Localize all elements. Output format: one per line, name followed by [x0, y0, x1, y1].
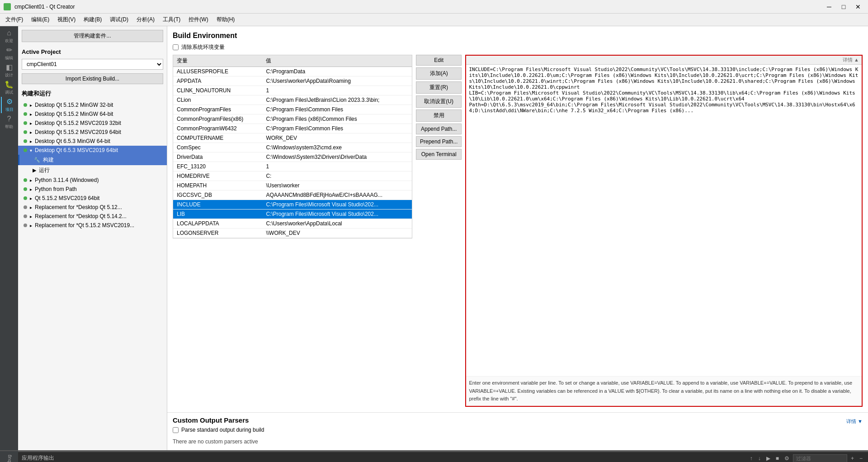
kit-dot-3: [24, 130, 27, 134]
env-val-5: C:\Program Files (x86)\Common Files: [262, 114, 412, 124]
kit-item-3[interactable]: ▸Desktop Qt 5.15.2 MSVC2019 64bit: [18, 128, 167, 137]
env-btn-u[interactable]: 取消设置(U): [416, 95, 462, 108]
project-select[interactable]: cmpClient01: [22, 59, 163, 70]
env-var-14: INCLUDE: [173, 200, 262, 210]
custom-parsers-details-toggle[interactable]: 详情 ▼: [846, 418, 863, 425]
env-table-row-15[interactable]: LIBC:\Program Files\Microsoft Visual Stu…: [173, 210, 412, 219]
parse-std-out-checkbox[interactable]: [173, 427, 179, 433]
kit-item-1[interactable]: ▸Desktop Qt 5.15.2 MinGW 64-bit: [18, 110, 167, 119]
env-table-row-7[interactable]: COMPUTERNAMEWORK_DEV: [173, 133, 412, 143]
env-table-row-11[interactable]: HOMEDRIVEC:: [173, 171, 412, 181]
env-btn-a[interactable]: 添加(A): [416, 67, 462, 80]
kit-arrow-2: ▸: [30, 121, 32, 126]
menu-item-f[interactable]: 文件(F): [2, 14, 27, 25]
close-button[interactable]: ✕: [852, 2, 864, 12]
env-var-10: EFC_13120: [173, 162, 262, 171]
kit-item-7[interactable]: ▸Python from Path: [18, 185, 167, 194]
clear-env-checkbox[interactable]: [173, 44, 179, 50]
scroll-down-btn[interactable]: ↓: [756, 454, 763, 462]
menu-item-d[interactable]: 调试(D): [106, 14, 132, 25]
env-table-row-5[interactable]: CommonProgramFiles(x86)C:\Program Files …: [173, 114, 412, 124]
kit-arrow-11: ▸: [30, 223, 32, 228]
env-var-7: COMPUTERNAME: [173, 133, 262, 143]
env-table-row-17[interactable]: LOGONSERVER\\WORK_DEV: [173, 229, 412, 238]
env-table-row-10[interactable]: EFC_131201: [173, 162, 412, 171]
debug-icon[interactable]: 🐛调试: [1, 80, 17, 96]
settings-btn[interactable]: ⚙: [783, 454, 791, 462]
menu-item-a[interactable]: 分析(A): [133, 14, 158, 25]
env-btn-r[interactable]: 重置(R): [416, 81, 462, 94]
env-table-row-13[interactable]: IGCCSVC_DBAQAAANCMnd8BFdERjHoAwE/CI+sBAA…: [173, 191, 412, 200]
add-filter-btn[interactable]: +: [849, 454, 856, 462]
kit-dot-7: [24, 187, 27, 191]
env-table-row-3[interactable]: CLionC:\Program Files\JetBrains\CLion 20…: [173, 95, 412, 105]
active-project-title: Active Project: [18, 46, 167, 57]
env-table-row-14[interactable]: INCLUDEC:\Program Files\Microsoft Visual…: [173, 200, 412, 210]
env-table-row-8[interactable]: ComSpecC:\Windows\system32\cmd.exe: [173, 143, 412, 152]
env-action-buttons: Edit添加(A)重置(R)取消设置(U)禁用Append Path...Pre…: [416, 55, 462, 407]
welcome-icon[interactable]: ⌂欢迎: [1, 28, 17, 44]
edit-icon[interactable]: ✏编辑: [1, 45, 17, 62]
stop-output-btn[interactable]: ■: [774, 454, 781, 462]
manage-kits-button[interactable]: 管理构建套件...: [22, 30, 163, 42]
menu-item-t[interactable]: 工具(T): [159, 14, 184, 25]
scroll-up-btn[interactable]: ↑: [748, 454, 755, 462]
env-text-content[interactable]: INCLUDE=C:\Program Files\Microsoft Visua…: [466, 65, 862, 376]
help-icon[interactable]: ?帮助: [1, 114, 17, 130]
bottom-toolbar-right: ↑ ↓ ▶ ■ ⚙ + −: [748, 454, 864, 462]
import-build-button[interactable]: Import Existing Build...: [22, 73, 163, 84]
kit-sub-5-0[interactable]: 🔧构建: [18, 155, 167, 165]
env-btn-[interactable]: 禁用: [416, 110, 462, 122]
env-table-row-6[interactable]: CommonProgramW6432C:\Program Files\Commo…: [173, 124, 412, 133]
env-val-17: \\WORK_DEV: [262, 229, 412, 238]
kit-item-2[interactable]: ▸Desktop Qt 5.15.2 MSVC2019 32bit: [18, 119, 167, 128]
bottom-area: Debug ▶ ■ 应用程序输出 ↑ ↓ ▶ ■ ⚙ + − cmpClient…: [0, 450, 868, 462]
titlebar: cmpClient01 - Qt Creator ─ □ ✕: [0, 0, 868, 14]
kit-item-10[interactable]: ▸Replacement for *Desktop Qt 5.14.2...: [18, 212, 167, 221]
env-var-9: DriverData: [173, 152, 262, 162]
env-table-row-9[interactable]: DriverDataC:\Windows\System32\Drivers\Dr…: [173, 152, 412, 162]
env-table-row-2[interactable]: CLINK_NOAUTORUN1: [173, 86, 412, 95]
remove-filter-btn[interactable]: −: [858, 454, 864, 462]
details-toggle-top[interactable]: 详情 ▲: [843, 57, 859, 63]
env-val-11: C:: [262, 171, 412, 181]
kit-dot-1: [24, 112, 27, 116]
kit-sub-5-1[interactable]: ▶运行: [18, 165, 167, 176]
design-icon[interactable]: ◧设计: [1, 62, 17, 79]
env-table-row-4[interactable]: CommonProgramFilesC:\Program Files\Commo…: [173, 105, 412, 114]
menu-item-e[interactable]: 编辑(E): [28, 14, 53, 25]
kit-item-5[interactable]: ▾Desktop Qt 6.5.3 MSVC2019 64bit: [18, 146, 167, 155]
filter-input[interactable]: [793, 454, 847, 462]
env-var-16: LOCALAPPDATA: [173, 219, 262, 229]
kit-item-8[interactable]: ▸Qt 5.15.2 MSVC2019 64bit: [18, 194, 167, 203]
left-panel: 管理构建套件... Active Project cmpClient01 Imp…: [18, 26, 167, 450]
env-btn-appendpath[interactable]: Append Path...: [416, 124, 462, 134]
kit-arrow-7: ▸: [30, 187, 32, 192]
menu-item-h[interactable]: 帮助(H): [213, 14, 239, 25]
env-table-row-0[interactable]: ALLUSERSPROFILEC:\ProgramData: [173, 67, 412, 76]
run-btn[interactable]: ▶: [764, 454, 772, 462]
env-btn-openterminal[interactable]: Open Terminal: [416, 149, 462, 160]
env-table-row-16[interactable]: LOCALAPPDATAC:\Users\worker\AppData\Loca…: [173, 219, 412, 229]
kit-item-0[interactable]: ▸Desktop Qt 5.15.2 MinGW 32-bit: [18, 100, 167, 110]
menu-item-v[interactable]: 视图(V): [54, 14, 79, 25]
env-table-row-12[interactable]: HOMEPATH\Users\worker: [173, 181, 412, 191]
env-var-13: IGCCSVC_DB: [173, 191, 262, 200]
env-val-15: C:\Program Files\Microsoft Visual Studio…: [262, 210, 412, 219]
maximize-button[interactable]: □: [837, 2, 850, 12]
env-val-6: C:\Program Files\Common Files: [262, 124, 412, 133]
env-btn-prependpath[interactable]: Prepend Path...: [416, 136, 462, 147]
titlebar-left: cmpClient01 - Qt Creator: [4, 3, 75, 10]
menu-item-w[interactable]: 控件(W): [185, 14, 212, 25]
kit-item-4[interactable]: ▸Desktop Qt 6.5.3 MinGW 64-bit: [18, 137, 167, 146]
menu-item-b[interactable]: 构建(B): [80, 14, 105, 25]
env-var-4: CommonProgramFiles: [173, 105, 262, 114]
kit-item-11[interactable]: ▸Replacement for *Qt 5.15.2 MSVC2019...: [18, 221, 167, 230]
kit-item-9[interactable]: ▸Replacement for *Desktop Qt 5.12...: [18, 203, 167, 212]
project-icon[interactable]: ⚙项目: [1, 97, 17, 113]
kit-item-6[interactable]: ▸Python 3.11.4 (Windowed): [18, 176, 167, 185]
kit-dot-4: [24, 139, 27, 143]
env-btn-edit[interactable]: Edit: [416, 55, 462, 66]
env-table-row-1[interactable]: APPDATAC:\Users\worker\AppData\Roaming: [173, 76, 412, 86]
minimize-button[interactable]: ─: [823, 2, 835, 12]
